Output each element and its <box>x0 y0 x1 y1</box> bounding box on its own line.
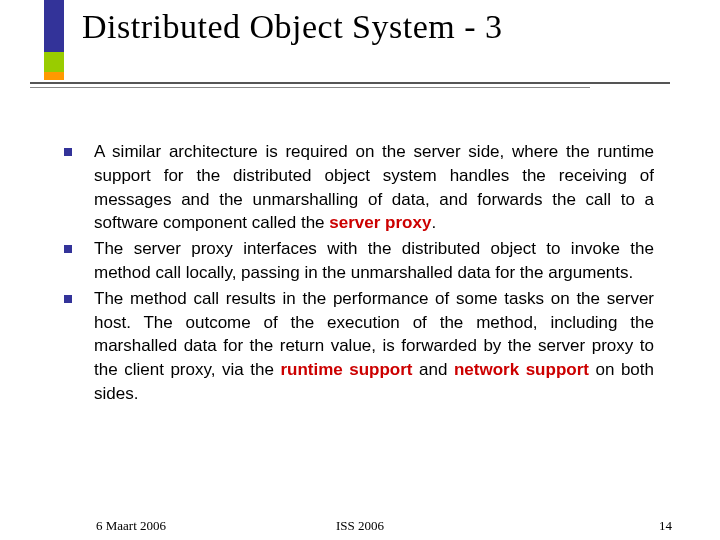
footer-center: ISS 2006 <box>0 518 720 534</box>
list-item: A similar architecture is required on th… <box>64 140 654 235</box>
title-rule-1 <box>30 82 670 84</box>
footer-page-number: 14 <box>659 518 672 534</box>
list-item: The method call results in the performan… <box>64 287 654 406</box>
bullet-text: The server proxy interfaces with the dis… <box>94 237 654 285</box>
bullet-icon <box>64 245 72 253</box>
title-rule-2 <box>30 87 590 88</box>
highlight-server-proxy: server proxy <box>329 213 431 232</box>
title-accent-bar <box>44 0 64 80</box>
highlight-runtime-support: runtime support <box>280 360 412 379</box>
highlight-network-support: network support <box>454 360 589 379</box>
bullet-icon <box>64 295 72 303</box>
bullet-text: The method call results in the performan… <box>94 287 654 406</box>
slide-body: A similar architecture is required on th… <box>64 140 654 408</box>
bullet-icon <box>64 148 72 156</box>
bullet-text: A similar architecture is required on th… <box>94 140 654 235</box>
slide-title: Distributed Object System - 3 <box>82 8 503 46</box>
list-item: The server proxy interfaces with the dis… <box>64 237 654 285</box>
